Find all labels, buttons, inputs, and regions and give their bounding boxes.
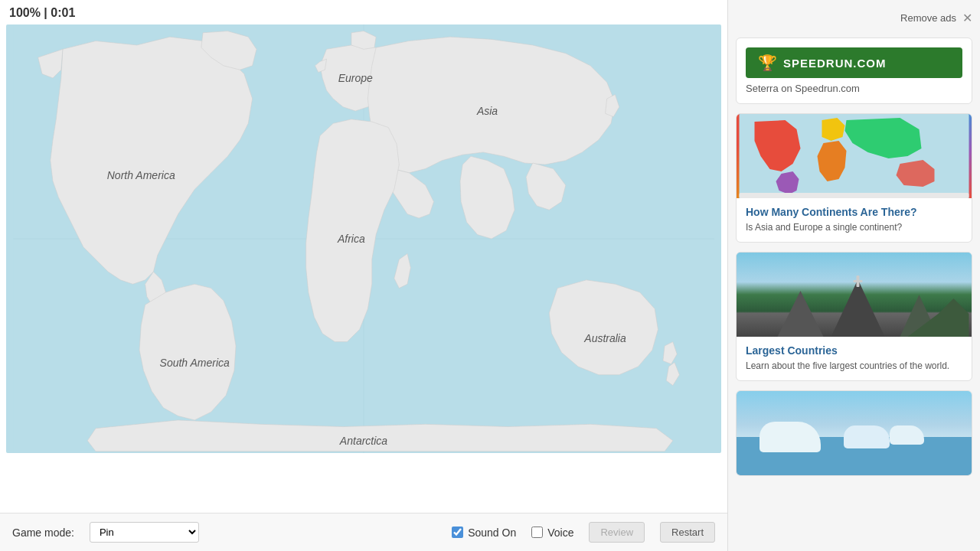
restart-button[interactable]: Restart (660, 522, 715, 543)
main-area: 100% | 0:01 (0, 0, 727, 551)
sound-control: Sound On (452, 527, 516, 539)
svg-rect-10 (854, 280, 863, 282)
map-wrapper: 100% | 0:01 (0, 0, 727, 513)
voice-checkbox[interactable] (531, 527, 543, 538)
trophy-icon: 🏆 (758, 54, 777, 72)
antarctica-label: Antarctica (339, 435, 387, 447)
polar-card[interactable] (736, 390, 972, 476)
continents-card-image (737, 114, 972, 198)
continents-card-body: How Many Continents Are There? Is Asia a… (737, 198, 972, 242)
south-america-label: South America (160, 357, 230, 369)
bottom-bar: Game mode: Pin Type Multiple Choice Soun… (0, 513, 727, 551)
voice-control: Voice (531, 527, 573, 539)
sound-on-checkbox[interactable] (452, 527, 463, 538)
polar-card-image (737, 391, 972, 475)
speedrun-banner: 🏆 SPEEDRUN.COM (746, 47, 962, 78)
game-mode-label: Game mode: (12, 527, 74, 539)
world-map-svg: North America South America Europe Afric… (6, 24, 721, 453)
svg-rect-4 (740, 193, 969, 198)
europe-label: Europe (338, 72, 373, 84)
asia-label: Asia (476, 105, 498, 117)
sound-on-label[interactable]: Sound On (468, 527, 516, 539)
australia-label: Australia (583, 332, 626, 344)
continents-card-title[interactable]: How Many Continents Are There? (746, 206, 962, 218)
largest-countries-card-desc: Learn about the five largest countries o… (746, 360, 962, 373)
sidebar: Remove ads ✕ 🏆 SPEEDRUN.COM Seterra on S… (727, 0, 980, 551)
close-sidebar-icon[interactable]: ✕ (962, 11, 972, 25)
voice-label[interactable]: Voice (547, 527, 573, 539)
game-mode-select[interactable]: Pin Type Multiple Choice (90, 522, 199, 543)
largest-countries-card-body: Largest Countries Learn about the five l… (737, 337, 972, 380)
landscape-card-image (737, 253, 972, 337)
review-button[interactable]: Review (589, 522, 645, 543)
map-container[interactable]: North America South America Europe Afric… (6, 24, 721, 453)
continents-card-desc: Is Asia and Europe a single continent? (746, 221, 962, 234)
remove-ads-link[interactable]: Remove ads (900, 12, 956, 24)
svg-marker-5 (740, 291, 824, 337)
continents-card[interactable]: How Many Continents Are There? Is Asia a… (736, 113, 972, 243)
largest-countries-card-title[interactable]: Largest Countries (746, 344, 962, 357)
north-america-label: North America (107, 169, 175, 181)
speedrun-sub-text: Seterra on Speedrun.com (746, 83, 860, 94)
africa-label: Africa (337, 233, 365, 245)
largest-countries-card[interactable]: Largest Countries Learn about the five l… (736, 252, 972, 381)
remove-ads-bar: Remove ads ✕ (736, 8, 972, 28)
speedrun-card[interactable]: 🏆 SPEEDRUN.COM Seterra on Speedrun.com (736, 37, 972, 104)
map-stats: 100% | 0:01 (6, 6, 721, 20)
speedrun-text: SPEEDRUN.COM (783, 57, 887, 70)
